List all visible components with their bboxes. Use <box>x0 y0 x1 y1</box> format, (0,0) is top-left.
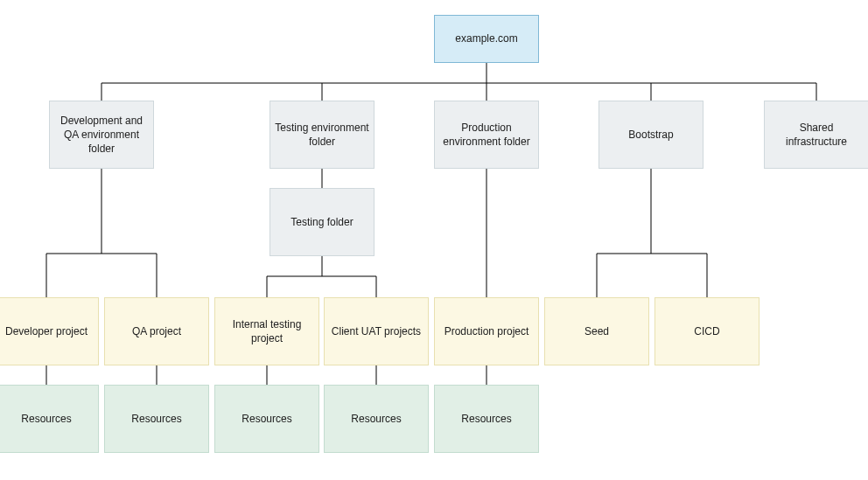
node-testing-env-folder: Testing environment folder <box>270 101 374 169</box>
node-label: example.com <box>455 31 517 45</box>
node-label: CICD <box>694 324 719 338</box>
node-bootstrap-folder: Bootstrap <box>598 101 704 169</box>
node-label: Testing environment folder <box>274 121 370 149</box>
node-label: Production environment folder <box>438 121 535 149</box>
node-internal-testing-resources: Resources <box>214 385 319 453</box>
node-label: Resources <box>131 412 181 426</box>
node-label: Resources <box>21 412 71 426</box>
node-label: Shared infrastructure <box>768 121 864 149</box>
node-production-env-folder: Production environment folder <box>434 101 539 169</box>
node-qa-resources: Resources <box>104 385 209 453</box>
node-label: Seed <box>584 324 609 338</box>
node-dev-qa-folder: Development and QA environment folder <box>49 101 154 169</box>
node-production-resources: Resources <box>434 385 539 453</box>
node-testing-subfolder: Testing folder <box>270 188 374 256</box>
node-label: Resources <box>351 412 401 426</box>
node-seed-project: Seed <box>544 297 649 365</box>
node-production-project: Production project <box>434 297 539 365</box>
node-client-uat-resources: Resources <box>324 385 429 453</box>
node-label: Production project <box>444 324 529 338</box>
node-label: Internal testing project <box>219 317 315 345</box>
node-internal-testing-project: Internal testing project <box>214 297 319 365</box>
node-label: Development and QA environment folder <box>53 114 150 157</box>
node-cicd-project: CICD <box>654 297 760 365</box>
node-label: Testing folder <box>290 215 353 229</box>
node-label: Developer project <box>5 324 88 338</box>
node-developer-project: Developer project <box>0 297 99 365</box>
node-label: QA project <box>132 324 181 338</box>
node-label: Resources <box>242 412 291 426</box>
node-developer-resources: Resources <box>0 385 99 453</box>
node-label: Client UAT projects <box>332 324 421 338</box>
node-client-uat-project: Client UAT projects <box>324 297 429 365</box>
node-label: Resources <box>461 412 511 426</box>
node-label: Bootstrap <box>628 128 673 142</box>
node-shared-infra-folder: Shared infrastructure <box>764 101 868 169</box>
node-qa-project: QA project <box>104 297 209 365</box>
node-root-org: example.com <box>434 15 539 63</box>
